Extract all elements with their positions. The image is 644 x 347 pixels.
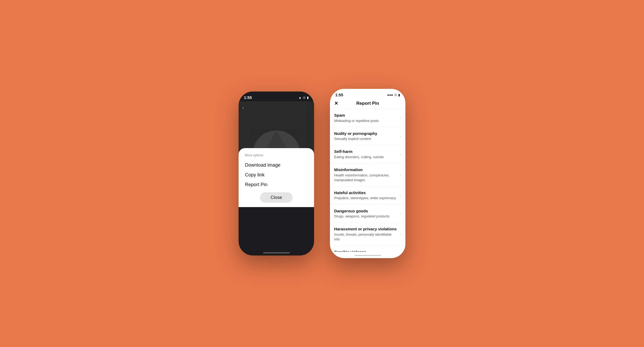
- report-pin-option[interactable]: Report Pin: [245, 180, 308, 190]
- left-status-time: 1:55: [244, 95, 252, 100]
- report-item-violence-text: Graphic violence Violent images or promo…: [334, 249, 400, 252]
- chevron-icon: ›: [400, 193, 401, 198]
- copy-link-option[interactable]: Copy link: [245, 170, 308, 180]
- battery-icon: ▮: [398, 93, 400, 97]
- home-indicator: [263, 252, 290, 253]
- report-item-selfharm-title: Self-harm: [334, 149, 397, 154]
- report-item-dangerous[interactable]: Dangerous goods Drugs, weapons, regulate…: [330, 205, 405, 223]
- right-phone: 1:55 ●●● ⊙ ▮ ✕ Report Pin Spam Misleadin…: [330, 89, 405, 258]
- chevron-icon: ›: [400, 116, 401, 120]
- close-x-button[interactable]: ✕: [334, 101, 338, 106]
- chevron-icon: ›: [400, 152, 401, 156]
- report-item-harassment-subtitle: Insults, threats, personally identifiabl…: [334, 232, 397, 242]
- report-item-nudity-text: Nudity or pornography Sexually explicit …: [334, 131, 400, 141]
- report-item-nudity[interactable]: Nudity or pornography Sexually explicit …: [330, 127, 405, 145]
- chevron-icon: ›: [400, 211, 401, 216]
- signal-icon: ●●●: [387, 93, 393, 97]
- bottom-sheet-label: More options: [245, 153, 308, 157]
- right-status-bar: 1:55 ●●● ⊙ ▮: [330, 89, 405, 99]
- report-item-misinfo-text: Misinformation Health misinformation, co…: [334, 167, 400, 182]
- report-item-spam-title: Spam: [334, 113, 397, 118]
- report-item-selfharm[interactable]: Self-harm Eating disorders, cutting, sui…: [330, 145, 405, 163]
- report-item-misinfo[interactable]: Misinformation Health misinformation, co…: [330, 163, 405, 186]
- chevron-icon: ›: [400, 232, 401, 236]
- download-image-option[interactable]: Download image: [245, 160, 308, 170]
- report-item-misinfo-subtitle: Health misinformation, conspiracies, man…: [334, 173, 397, 182]
- report-item-hateful[interactable]: Hateful activities Prejudice, stereotype…: [330, 186, 405, 205]
- report-item-harassment-text: Harassment or privacy violations Insults…: [334, 226, 400, 242]
- report-item-nudity-subtitle: Sexually explicit content: [334, 136, 397, 141]
- signal-icon: ▲: [298, 96, 302, 99]
- chevron-icon: ›: [400, 173, 401, 177]
- report-item-dangerous-text: Dangerous goods Drugs, weapons, regulate…: [334, 208, 400, 219]
- report-item-hateful-text: Hateful activities Prejudice, stereotype…: [334, 190, 400, 201]
- battery-icon: ▮: [307, 96, 309, 99]
- report-item-hateful-title: Hateful activities: [334, 190, 397, 195]
- wifi-icon: ⊙: [303, 96, 306, 99]
- report-item-dangerous-title: Dangerous goods: [334, 208, 397, 214]
- right-status-time: 1:55: [335, 93, 343, 97]
- back-arrow-icon[interactable]: ‹: [242, 105, 244, 111]
- report-header: ✕ Report Pin: [330, 99, 405, 109]
- report-item-violence-title: Graphic violence: [334, 249, 397, 252]
- home-indicator: [355, 255, 381, 256]
- report-item-selfharm-text: Self-harm Eating disorders, cutting, sui…: [334, 149, 400, 159]
- report-title: Report Pin: [356, 101, 379, 106]
- right-status-icons: ●●● ⊙ ▮: [387, 93, 400, 97]
- report-item-misinfo-title: Misinformation: [334, 167, 397, 172]
- report-item-harassment-title: Harassment or privacy violations: [334, 226, 397, 232]
- report-item-spam-subtitle: Misleading or repetitive posts: [334, 118, 397, 123]
- report-item-dangerous-subtitle: Drugs, weapons, regulated products: [334, 214, 397, 219]
- left-status-bar: 1:55 ▲ ⊙ ▮: [239, 92, 314, 101]
- report-item-harassment[interactable]: Harassment or privacy violations Insults…: [330, 223, 405, 246]
- report-item-nudity-title: Nudity or pornography: [334, 131, 397, 136]
- left-phone: 1:55 ▲ ⊙ ▮ ‹ More options Download image…: [239, 92, 314, 255]
- close-button-wrap: Close: [245, 192, 308, 203]
- wifi-icon: ⊙: [394, 93, 397, 97]
- report-item-spam[interactable]: Spam Misleading or repetitive posts ›: [330, 109, 405, 127]
- image-area: ‹ More options Download image Copy link …: [239, 101, 314, 207]
- close-button[interactable]: Close: [260, 192, 293, 203]
- bottom-sheet: More options Download image Copy link Re…: [239, 148, 314, 207]
- report-item-violence[interactable]: Graphic violence Violent images or promo…: [330, 246, 405, 252]
- left-status-icons: ▲ ⊙ ▮: [298, 96, 309, 99]
- report-list: Spam Misleading or repetitive posts › Nu…: [330, 109, 405, 252]
- chevron-icon: ›: [400, 134, 401, 138]
- report-item-hateful-subtitle: Prejudice, stereotypes, white supremacy: [334, 196, 397, 200]
- report-item-selfharm-subtitle: Eating disorders, cutting, suicide: [334, 155, 397, 159]
- report-item-spam-text: Spam Misleading or repetitive posts: [334, 113, 400, 123]
